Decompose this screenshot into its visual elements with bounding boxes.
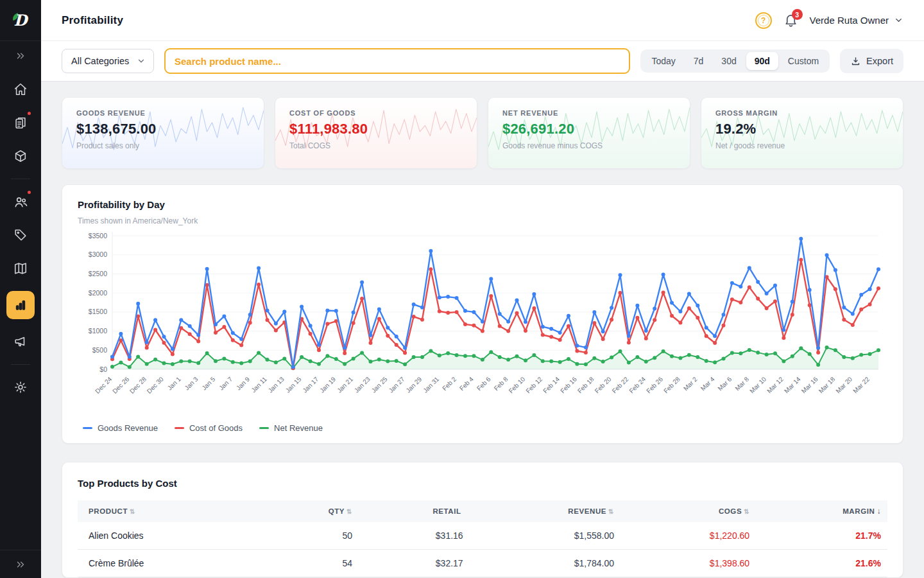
- column-header-product[interactable]: PRODUCT⇅: [78, 500, 264, 522]
- range-90d-button[interactable]: 90d: [746, 52, 778, 70]
- svg-text:Jan 19: Jan 19: [318, 375, 337, 394]
- sidebar-item-home[interactable]: [6, 78, 35, 100]
- cell-retail: $32.17: [359, 550, 470, 577]
- column-header-margin[interactable]: MARGIN↓: [756, 500, 887, 522]
- table-row[interactable]: Alien Cookies50$31.16$1,558.00$1,220.602…: [78, 522, 887, 550]
- export-button[interactable]: Export: [840, 49, 903, 73]
- profitability-line-chart[interactable]: $0$500$1000$1500$2000$2500$3000$3500Dec …: [78, 228, 889, 422]
- sidebar-divider: [11, 364, 30, 365]
- sidebar-collapse-toggle[interactable]: [15, 50, 26, 64]
- filter-toolbar: All Categories Today 7d 30d 90d Custom E…: [41, 41, 924, 82]
- svg-text:Feb 10: Feb 10: [508, 375, 527, 394]
- cell-revenue: $1,558.00: [470, 522, 620, 550]
- svg-text:Mar 14: Mar 14: [783, 375, 802, 394]
- sidebar-item-locations[interactable]: [6, 258, 35, 279]
- svg-text:Mar 10: Mar 10: [748, 375, 767, 394]
- range-today-button[interactable]: Today: [643, 52, 683, 70]
- notifications-button[interactable]: 3: [783, 13, 798, 28]
- sidebar-item-marketing[interactable]: [6, 331, 35, 353]
- svg-text:Jan 7: Jan 7: [218, 375, 234, 391]
- cube-icon: [13, 149, 28, 163]
- column-header-qty[interactable]: QTY⇅: [264, 500, 359, 522]
- date-range-selector: Today 7d 30d 90d Custom: [640, 49, 830, 73]
- svg-text:Mar 2: Mar 2: [682, 375, 699, 392]
- megaphone-icon: [13, 335, 28, 349]
- chart-title: Profitability by Day: [78, 199, 891, 210]
- stat-card-gross-margin: GROSS MARGIN 19.2% Net / goods revenue: [701, 97, 903, 169]
- column-header-retail[interactable]: RETAIL: [359, 500, 470, 522]
- sidebar-item-tags[interactable]: [6, 224, 35, 246]
- svg-text:Mar 18: Mar 18: [817, 375, 837, 394]
- users-icon: [13, 195, 28, 209]
- range-custom-button[interactable]: Custom: [780, 52, 827, 70]
- product-search: [164, 48, 630, 74]
- cell-product: Crème Brûlée: [78, 550, 264, 577]
- sort-icon: ↓: [877, 507, 881, 516]
- cell-margin: 21.6%: [756, 550, 887, 577]
- sidebar-item-settings[interactable]: [6, 376, 35, 398]
- svg-text:Feb 14: Feb 14: [542, 375, 561, 394]
- svg-text:$1500: $1500: [89, 308, 107, 315]
- main-column: Profitability ? 3 Verde Ruta Owner All C…: [41, 0, 924, 578]
- svg-text:Feb 26: Feb 26: [645, 375, 664, 394]
- svg-text:Mar 16: Mar 16: [800, 375, 819, 394]
- svg-text:$2000: $2000: [89, 289, 107, 297]
- legend-net-revenue[interactable]: Net Revenue: [259, 423, 323, 433]
- sidebar-item-analytics[interactable]: [6, 291, 35, 319]
- svg-text:$3000: $3000: [89, 250, 107, 258]
- svg-text:Jan 15: Jan 15: [284, 375, 303, 394]
- svg-text:Jan 13: Jan 13: [267, 375, 286, 394]
- bar-chart-icon: [13, 298, 28, 312]
- range-7d-button[interactable]: 7d: [685, 52, 712, 70]
- svg-text:Mar 22: Mar 22: [851, 375, 871, 394]
- svg-text:Feb 6: Feb 6: [475, 375, 492, 392]
- svg-text:Dec 26: Dec 26: [111, 375, 130, 394]
- sidebar-item-products[interactable]: [6, 145, 35, 167]
- orders-notification-dot: [26, 110, 32, 116]
- svg-text:Feb 22: Feb 22: [611, 375, 630, 394]
- svg-text:Dec 30: Dec 30: [146, 375, 165, 394]
- svg-text:Feb 2: Feb 2: [441, 375, 458, 392]
- search-input[interactable]: [175, 56, 620, 67]
- cell-product: Alien Cookies: [78, 522, 264, 550]
- user-menu[interactable]: Verde Ruta Owner: [810, 15, 903, 26]
- cell-retail: $31.16: [359, 522, 470, 550]
- sidebar-item-customers[interactable]: [6, 191, 35, 213]
- svg-text:Mar 6: Mar 6: [716, 375, 733, 392]
- cell-qty: 50: [264, 522, 359, 550]
- stat-card-cost-of-goods: COST OF GOODS $111,983.80 Total COGS: [275, 97, 477, 169]
- top-products-table: PRODUCT⇅ QTY⇅ RETAIL REVENUE⇅ COGS⇅ MARG…: [78, 500, 887, 577]
- svg-text:Mar 20: Mar 20: [834, 375, 853, 394]
- svg-text:Jan 23: Jan 23: [353, 375, 372, 394]
- help-icon[interactable]: ?: [755, 12, 772, 29]
- svg-text:Mar 12: Mar 12: [766, 375, 785, 394]
- table-row[interactable]: Crème Brûlée54$32.17$1,784.00$1,398.6021…: [78, 550, 887, 577]
- page-content: GOODS REVENUE $138,675.00 Product sales …: [41, 82, 924, 578]
- double-chevron-right-icon: [15, 50, 26, 62]
- tag-icon: [13, 228, 28, 242]
- download-icon: [850, 56, 861, 67]
- page-title: Profitability: [62, 14, 123, 27]
- sidebar-expand-toggle[interactable]: [0, 550, 41, 578]
- products-table-body: Alien Cookies50$31.16$1,558.00$1,220.602…: [78, 522, 887, 577]
- user-name: Verde Ruta Owner: [810, 15, 889, 26]
- chart-legend: Goods Revenue Cost of Goods Net Revenue: [78, 423, 891, 433]
- stat-cards: GOODS REVENUE $138,675.00 Product sales …: [62, 97, 903, 169]
- svg-text:Feb 16: Feb 16: [559, 375, 578, 394]
- range-30d-button[interactable]: 30d: [713, 52, 744, 70]
- svg-text:Jan 27: Jan 27: [388, 375, 406, 394]
- column-header-cogs[interactable]: COGS⇅: [620, 500, 756, 522]
- column-header-revenue[interactable]: REVENUE⇅: [470, 500, 620, 522]
- svg-text:$500: $500: [92, 346, 108, 354]
- svg-text:Feb 24: Feb 24: [628, 375, 647, 394]
- legend-goods-revenue[interactable]: Goods Revenue: [83, 423, 158, 433]
- svg-text:Jan 1: Jan 1: [166, 375, 182, 391]
- svg-text:Jan 3: Jan 3: [183, 375, 199, 391]
- category-dropdown[interactable]: All Categories: [62, 49, 154, 73]
- stat-card-goods-revenue: GOODS REVENUE $138,675.00 Product sales …: [62, 97, 264, 169]
- double-chevron-right-icon: [15, 559, 26, 570]
- home-icon: [13, 82, 28, 96]
- sidebar-item-orders[interactable]: [6, 112, 35, 134]
- legend-cost-of-goods[interactable]: Cost of Goods: [175, 423, 243, 433]
- cell-margin: 21.7%: [756, 522, 887, 550]
